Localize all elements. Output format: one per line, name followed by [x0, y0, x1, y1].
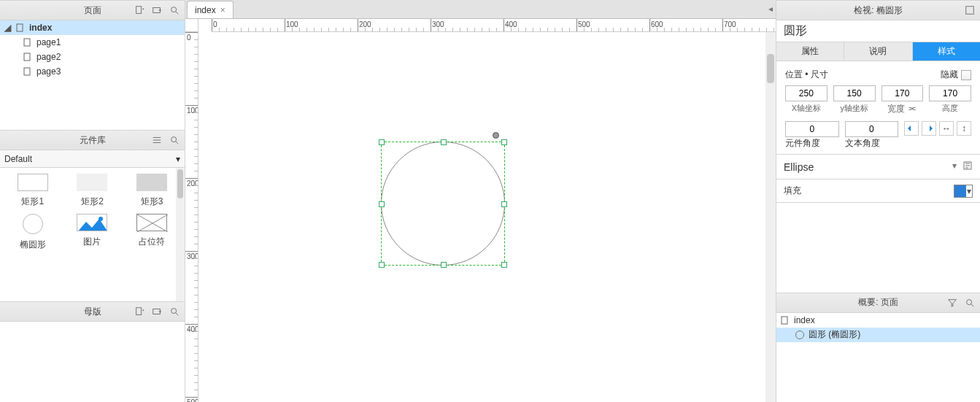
rotation-input[interactable] [785, 121, 839, 137]
svg-rect-5 [24, 53, 30, 61]
name-menu-icon[interactable]: ▾ [952, 161, 957, 173]
page-row-page1[interactable]: page1 [0, 35, 185, 50]
library-panel-title: 元件库 [80, 134, 106, 147]
library-dropdown-value: Default [4, 154, 32, 164]
ruler-horizontal[interactable]: 0100200300400500600700800 [212, 19, 776, 32]
library-panel-header: 元件库 [0, 130, 185, 150]
widget-placeholder[interactable]: 占位符 [122, 214, 182, 251]
svg-rect-6 [24, 68, 30, 75]
canvas-scrollbar-v[interactable] [765, 32, 776, 402]
text-rotation-input[interactable] [845, 121, 899, 137]
svg-point-17 [967, 299, 972, 304]
svg-point-2 [171, 7, 177, 12]
inspector-header-title: 检视: 椭圆形 [854, 4, 903, 17]
expand-icon[interactable]: ◢ [4, 23, 12, 33]
svg-point-9 [99, 217, 103, 221]
page-name: page1 [36, 37, 61, 47]
pages-panel-header: 页面 [0, 0, 185, 20]
page-name: page2 [36, 52, 61, 62]
collapse-right-icon[interactable]: ◂ [768, 4, 773, 14]
file-icon [23, 53, 32, 61]
resize-handle-ne[interactable] [501, 139, 507, 145]
outline-panel-header: 概要: 页面 [776, 293, 980, 313]
x-input[interactable] [785, 85, 827, 101]
file-icon [16, 23, 25, 32]
height-input[interactable] [929, 85, 971, 101]
lock-aspect-icon[interactable]: ⫘ [908, 103, 917, 115]
flip-h-icon[interactable] [904, 121, 919, 136]
add-folder-icon[interactable] [151, 4, 163, 16]
outline-tree[interactable]: index 圆形 (椭圆形) [776, 313, 980, 403]
page-row-index[interactable]: ◢ index [0, 20, 185, 35]
tab-notes[interactable]: 说明 [844, 42, 912, 61]
resize-handle-nw[interactable] [379, 139, 385, 145]
shape-type-title: 圆形 [776, 20, 980, 42]
search-masters-icon[interactable] [169, 306, 180, 317]
fit-height-icon[interactable]: ↕ [957, 121, 971, 136]
library-dropdown[interactable]: Default ▾ [0, 150, 185, 168]
search-pages-icon[interactable] [169, 4, 180, 16]
position-size-label: 位置 • 尺寸 [785, 69, 828, 81]
lib-menu-icon[interactable] [151, 134, 163, 146]
fill-label: 填充 [784, 185, 801, 197]
svg-rect-12 [136, 308, 142, 315]
widget-ellipse[interactable]: 椭圆形 [3, 214, 63, 251]
widget-image[interactable]: 图片 [63, 214, 123, 251]
masters-panel-title: 母版 [84, 306, 101, 318]
file-icon [781, 316, 790, 325]
inspector-panel-header: 检视: 椭圆形 [776, 0, 980, 20]
pages-panel-title: 页面 [84, 4, 101, 17]
fill-color-picker[interactable]: ▾ [954, 185, 973, 198]
library-scrollbar[interactable] [176, 168, 185, 301]
svg-point-14 [171, 309, 177, 314]
masters-tree[interactable] [0, 322, 185, 402]
masters-panel-header: 母版 [0, 301, 185, 322]
svg-rect-3 [17, 24, 23, 31]
widget-rect3[interactable]: 矩形3 [122, 174, 182, 208]
resize-handle-se[interactable] [501, 262, 507, 268]
flip-v-icon[interactable] [922, 121, 936, 136]
outline-header-title: 概要: 页面 [858, 296, 898, 309]
page-name: page3 [36, 66, 61, 77]
rotate-handle[interactable] [493, 132, 499, 139]
page-row-page3[interactable]: page3 [0, 64, 185, 79]
inspector-popout-icon[interactable] [964, 4, 976, 16]
svg-marker-8 [77, 219, 107, 231]
resize-handle-e[interactable] [501, 201, 507, 207]
document-tabbar: index × ◂ [185, 0, 776, 19]
outline-filter-icon[interactable] [946, 297, 958, 309]
svg-rect-0 [136, 7, 142, 14]
name-edit-icon[interactable] [962, 161, 973, 173]
search-lib-icon[interactable] [169, 134, 180, 146]
add-page-icon[interactable] [134, 4, 145, 16]
inspector-tabs: 属性 说明 样式 [776, 42, 980, 61]
y-input[interactable] [833, 85, 876, 101]
outline-row-ellipse[interactable]: 圆形 (椭圆形) [776, 328, 980, 342]
tab-attributes[interactable]: 属性 [776, 42, 844, 61]
resize-handle-w[interactable] [379, 201, 385, 207]
pages-tree[interactable]: ◢ index page1 page2 page3 [0, 20, 185, 130]
search-outline-icon[interactable] [964, 297, 976, 309]
width-input[interactable] [881, 85, 924, 101]
selection-box[interactable] [381, 142, 505, 266]
ruler-vertical[interactable]: 0100200300400500 [185, 32, 198, 402]
fit-width-icon[interactable]: ↔ [939, 121, 954, 136]
resize-handle-s[interactable] [441, 262, 447, 268]
tab-style[interactable]: 样式 [913, 42, 980, 61]
outline-row-root[interactable]: index [776, 313, 980, 328]
hide-label: 隐藏 [941, 69, 958, 81]
shape-name-field[interactable]: Ellipse [784, 161, 814, 173]
hide-checkbox[interactable] [961, 70, 971, 80]
tab-index[interactable]: index × [187, 1, 234, 18]
resize-handle-n[interactable] [441, 139, 447, 145]
page-row-page2[interactable]: page2 [0, 50, 185, 64]
add-master-folder-icon[interactable] [151, 306, 163, 317]
widget-rect2[interactable]: 矩形2 [63, 174, 123, 208]
canvas[interactable] [198, 32, 776, 402]
resize-handle-sw[interactable] [379, 262, 385, 268]
close-tab-icon[interactable]: × [220, 5, 225, 15]
svg-rect-4 [24, 39, 30, 46]
add-master-icon[interactable] [134, 306, 145, 317]
chevron-down-icon: ▾ [176, 154, 180, 164]
widget-rect1[interactable]: 矩形1 [3, 174, 63, 208]
